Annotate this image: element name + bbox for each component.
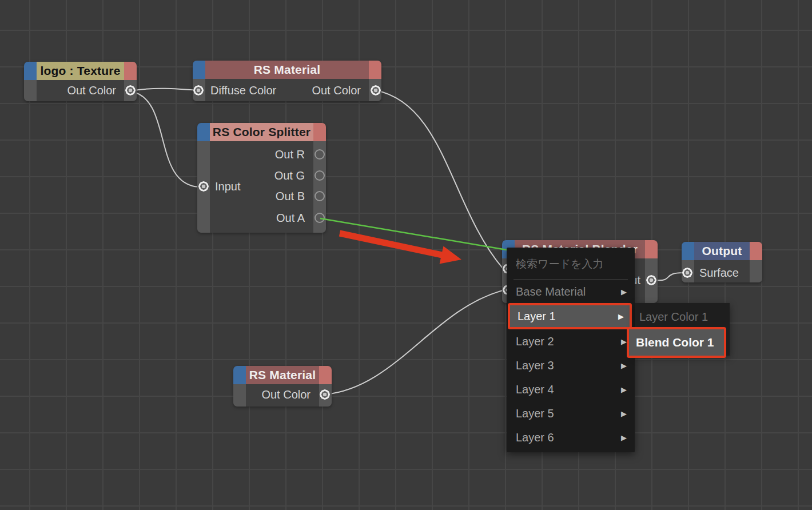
- node-color-chip-red: [124, 62, 137, 80]
- port-label-out-g: Out G: [274, 169, 305, 182]
- node-texture[interactable]: logo : Texture Out Color: [24, 62, 137, 101]
- node-color-chip-blue: [682, 242, 694, 260]
- node-color-chip-blue: [193, 61, 205, 79]
- node-editor-canvas[interactable]: logo : Texture Out Color RS Material Dif…: [0, 0, 812, 510]
- node-color-chip-red: [313, 123, 326, 141]
- menu-search-input[interactable]: [507, 248, 635, 274]
- input-port-strip: [233, 384, 246, 407]
- node-color-chip-red: [369, 61, 381, 79]
- port-label-out-color: Out Color: [67, 83, 116, 97]
- port-surface[interactable]: [682, 268, 692, 278]
- node-rs-color-splitter[interactable]: RS Color Splitter Input Out R Out G Out …: [197, 123, 326, 233]
- menu-item-label: Layer 6: [516, 431, 554, 444]
- submenu-item-label: Blend Color 1: [636, 336, 714, 349]
- submenu-arrow-icon: ▶: [621, 409, 627, 418]
- menu-item-base-material[interactable]: Base Material ▶: [507, 280, 635, 303]
- submenu-arrow-icon: ▶: [621, 288, 627, 296]
- output-port-strip: [750, 260, 762, 282]
- port-out-color[interactable]: [320, 389, 330, 400]
- wire-texture-to-splitter-input[interactable]: [132, 91, 199, 187]
- node-color-chip-red: [750, 242, 762, 260]
- input-port-strip: [24, 80, 37, 101]
- node-color-chip-blue: [197, 123, 210, 141]
- port-label-out-color: Out Color: [312, 83, 361, 97]
- wire-blender-to-output[interactable]: [656, 273, 683, 280]
- port-label-out-b: Out B: [276, 189, 305, 203]
- wire-out-a-to-blender-green[interactable]: [320, 218, 507, 250]
- node-color-chip-blue: [24, 62, 37, 80]
- submenu-item-blend-color-1[interactable]: Blend Color 1: [627, 327, 726, 358]
- menu-item-label: Layer 5: [516, 407, 554, 420]
- port-label-diffuse-color: Diffuse Color: [210, 83, 276, 97]
- wire-texture-to-diffuse[interactable]: [132, 89, 198, 91]
- menu-item-label: Base Material: [516, 285, 586, 298]
- port-out-color[interactable]: [125, 85, 136, 95]
- submenu-arrow-icon: ▶: [621, 433, 627, 442]
- port-out-b[interactable]: [315, 191, 325, 201]
- port-label-surface: Surface: [699, 266, 739, 280]
- node-output[interactable]: Output Surface: [682, 242, 762, 282]
- node-rs-color-splitter-title: RS Color Splitter: [210, 123, 313, 141]
- node-rs-color-splitter-header[interactable]: RS Color Splitter: [197, 123, 326, 141]
- submenu-arrow-icon: ▶: [621, 361, 627, 370]
- menu-item-layer-6[interactable]: Layer 6 ▶: [507, 425, 635, 449]
- node-rs-material-top-header[interactable]: RS Material: [193, 61, 381, 79]
- node-color-chip-red: [319, 366, 332, 384]
- node-texture-title: logo : Texture: [37, 62, 124, 80]
- node-rs-material-bottom-header[interactable]: RS Material: [233, 366, 332, 384]
- port-out-g[interactable]: [315, 170, 325, 181]
- node-output-header[interactable]: Output: [682, 242, 762, 260]
- port-label-out-r: Out R: [275, 148, 305, 161]
- menu-item-label: Layer 1: [518, 310, 556, 323]
- node-rs-material-bottom[interactable]: RS Material Out Color: [233, 366, 332, 407]
- submenu-arrow-icon: ▶: [618, 312, 624, 321]
- port-label-out-color: Out Color: [261, 388, 311, 401]
- node-output-title: Output: [694, 242, 750, 260]
- wire-material-to-blender[interactable]: [376, 90, 503, 268]
- node-rs-material-bottom-title: RS Material: [246, 366, 319, 384]
- node-rs-material-top-title: RS Material: [205, 61, 369, 79]
- submenu-arrow-icon: ▶: [621, 385, 627, 394]
- port-out[interactable]: [646, 275, 656, 285]
- port-label-out-a: Out A: [276, 211, 305, 225]
- wire-material-bottom-to-blender[interactable]: [325, 290, 503, 395]
- submenu-item-label: Layer Color 1: [639, 310, 708, 324]
- menu-item-layer-3[interactable]: Layer 3 ▶: [507, 353, 635, 377]
- port-out-color[interactable]: [371, 85, 381, 95]
- menu-item-layer-4[interactable]: Layer 4 ▶: [507, 377, 635, 401]
- port-out-r[interactable]: [315, 149, 325, 160]
- node-color-chip-blue: [233, 366, 246, 384]
- port-diffuse-color[interactable]: [193, 85, 204, 95]
- annotation-arrow: [340, 233, 461, 264]
- menu-item-label: Layer 4: [516, 383, 554, 396]
- submenu-item-layer-color-1[interactable]: Layer Color 1: [635, 303, 730, 330]
- port-input[interactable]: [198, 181, 209, 192]
- menu-item-label: Layer 3: [516, 359, 554, 372]
- port-label-input: Input: [215, 180, 240, 193]
- menu-item-layer-2[interactable]: Layer 2 ▶: [507, 329, 635, 353]
- node-rs-material-top[interactable]: RS Material Diffuse Color Out Color: [193, 61, 381, 101]
- menu-item-label: Layer 2: [516, 335, 554, 348]
- submenu-arrow-icon: ▶: [621, 337, 627, 346]
- menu-item-layer-5[interactable]: Layer 5 ▶: [507, 401, 635, 425]
- port-out-a[interactable]: [315, 213, 325, 223]
- node-texture-header[interactable]: logo : Texture: [24, 62, 137, 80]
- node-color-chip-red: [645, 240, 658, 258]
- menu-item-layer-1[interactable]: Layer 1 ▶: [508, 303, 632, 329]
- context-menu[interactable]: Base Material ▶ Layer 1 ▶ Layer 2 ▶ Laye…: [507, 248, 635, 452]
